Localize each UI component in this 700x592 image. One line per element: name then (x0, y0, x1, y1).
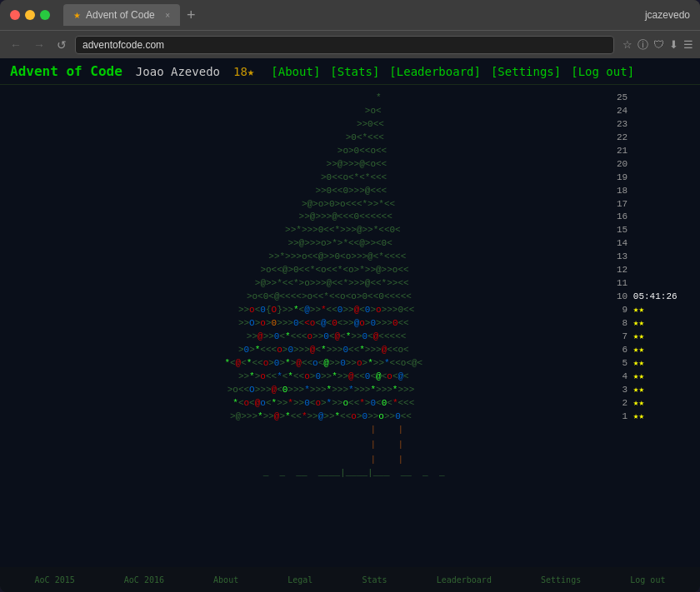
num-22: 22 (617, 132, 628, 145)
tree-trunk-3: | | (238, 453, 403, 468)
nav-username: Joao Azevedo (136, 65, 220, 78)
tree-row-22: >0<*<<< (258, 132, 384, 145)
num-25: 25 (617, 92, 628, 105)
num-13: 13 (617, 251, 628, 264)
num-3[interactable]: 3 ★★ (617, 384, 644, 397)
num-19: 19 (617, 172, 628, 185)
tree-trunk-1: | | (238, 423, 403, 438)
tree-container: * >o< >>0<< >0<*<<< >o>0<<o<< >>@> (0, 92, 617, 560)
minimize-window-button[interactable] (25, 10, 35, 20)
new-tab-button[interactable]: + (180, 7, 202, 24)
tree-row-4: >>*>o<<*<*<<o>0>>*>>@<<0<@<o<@< (232, 371, 408, 384)
tree-row-17: >@>o>0>o<<<*>>*<< (247, 198, 395, 211)
num-7[interactable]: 7 ★★ (617, 331, 644, 344)
num-21: 21 (617, 145, 628, 158)
shield-icon[interactable]: 🛡 (653, 38, 664, 51)
num-20: 20 (617, 158, 628, 172)
tree-trunk-2: | | (238, 438, 403, 453)
tree-row-19: >0<<o<*<*<<< (255, 172, 387, 185)
tree-row-21: >o>0<<o<< (255, 145, 387, 158)
menu-icon[interactable]: ☰ (683, 38, 693, 51)
tree-row-6: >0>*<<<o>0>>>@<*>>>0<<*>>>@<<o< (232, 344, 408, 357)
nav-about[interactable]: [About] (271, 65, 320, 78)
num-23: 23 (617, 118, 628, 132)
site-title: Advent of Code (10, 63, 122, 79)
tree-row-18: >>0<<0>>>@<<< (255, 185, 387, 198)
tree-row-3: >o<<O>>>@<0>>>*>>>*>>>*>>>*>>>*>>> (228, 384, 415, 397)
tree-base: _ _ __ ____|____|___ __ _ _ (197, 467, 444, 480)
url-text: adventofcode.com (82, 39, 164, 51)
back-button[interactable]: ← (7, 37, 25, 53)
num-8[interactable]: 8 ★★ (617, 317, 644, 331)
address-bar-row: ← → ↺ adventofcode.com ☆ ⓘ 🛡 ⬇ ☰ (0, 30, 700, 58)
footer-about[interactable]: About (213, 575, 238, 585)
title-bar: ★ Advent of Code × + jcazevedo (0, 0, 700, 30)
nav-leaderboard[interactable]: [Leaderboard] (389, 65, 481, 78)
tree-row-15: >>*>>>0<<*>>>@>>*<<0< (241, 224, 400, 237)
num-18: 18 (617, 185, 628, 198)
site-nav: Advent of Code Joao Azevedo 18★ [About] … (0, 58, 700, 85)
footer-logout[interactable]: Log out (630, 575, 665, 585)
tab-close-button[interactable]: × (165, 11, 170, 20)
num-11: 11 (617, 277, 628, 291)
num-1[interactable]: 1 ★★ (617, 410, 644, 424)
tree-row-13: >>*>>>o<<@>>0<o>>>@<*<<<< (236, 251, 407, 264)
bottom-bar: AoC 2015 AoC 2016 About Legal Stats Lead… (0, 567, 700, 592)
star-icon[interactable]: ☆ (622, 38, 632, 51)
url-bar[interactable]: adventofcode.com (75, 36, 614, 54)
num-15: 15 (617, 224, 628, 237)
num-12: 12 (617, 264, 628, 277)
num-4[interactable]: 4 ★★ (617, 371, 644, 384)
nav-stars: 18★ (233, 65, 254, 78)
footer-leaderboard[interactable]: Leaderboard (437, 575, 492, 585)
num-5[interactable]: 5 ★★ (617, 357, 644, 371)
footer-legal[interactable]: Legal (288, 575, 312, 585)
tab-favicon-icon: ★ (73, 11, 81, 20)
download-icon[interactable]: ⬇ (669, 38, 678, 51)
close-window-button[interactable] (10, 10, 20, 20)
num-2[interactable]: 2 ★★ (617, 397, 644, 410)
nav-stats[interactable]: [Stats] (330, 65, 379, 78)
tree-row-5: *<@<*<<o>0>*>@<<o<@>>0>>o>*>>*<<o<@< (219, 357, 422, 371)
num-6[interactable]: 6 ★★ (617, 344, 644, 357)
tree-row-24: >o< (260, 105, 381, 118)
footer-settings[interactable]: Settings (541, 575, 581, 585)
page-content: Advent of Code Joao Azevedo 18★ [About] … (0, 58, 700, 592)
tree-row-12: >o<<@>0<<*<o<<*<o>*>>@>>o<< (232, 264, 408, 277)
num-10[interactable]: 10 05:41:26 (617, 291, 678, 304)
maximize-window-button[interactable] (40, 10, 50, 20)
tree-row-20: >>@>>>@<o<< (255, 158, 387, 172)
num-16: 16 (617, 211, 628, 224)
tree-row-10: >o<0<@<<<<>o<<*<<o<o>0<<0<<<<< (230, 291, 412, 304)
tree-row-23: >>0<< (258, 118, 384, 132)
tab-title: Advent of Code (86, 9, 155, 21)
tab-bar: ★ Advent of Code × + (63, 4, 638, 26)
ascii-area: * >o< >>0<< >0<*<<< >o>0<<o<< >>@> (0, 85, 700, 567)
footer-aoc2015[interactable]: AoC 2015 (35, 575, 75, 585)
nav-links: [About] [Stats] [Leaderboard] [Settings]… (271, 65, 634, 78)
numbers-col: 25 24 23 22 21 20 19 18 17 16 15 14 13 1… (617, 92, 700, 560)
browser-window: ★ Advent of Code × + jcazevedo ← → ↺ adv… (0, 0, 700, 592)
browser-tab[interactable]: ★ Advent of Code × (63, 4, 180, 26)
tree-row-7: >>@>>0<*<<<o>>0<@<*>>0<@<<<<< (236, 331, 407, 344)
forward-button[interactable]: → (30, 37, 48, 53)
address-bar-icons: ☆ ⓘ 🛡 ⬇ ☰ (622, 37, 693, 52)
nav-logout[interactable]: [Log out] (571, 65, 634, 78)
refresh-button[interactable]: ↺ (53, 37, 70, 53)
num-17: 17 (617, 198, 628, 211)
nav-settings[interactable]: [Settings] (491, 65, 561, 78)
tree-row-16: >>@>>>@<<<0<<<<<< (249, 211, 392, 224)
num-24: 24 (617, 105, 628, 118)
tree-row-2: *<o<@o<*>>*>>0<o>*>>o<<*>0<0<*<<< (228, 397, 415, 410)
tree-row-1: >@>>>*>>@>*<<*>>@>>*<<o>0>>o>>0<< (230, 410, 412, 424)
footer-aoc2016[interactable]: AoC 2016 (124, 575, 164, 585)
footer-stats[interactable]: Stats (362, 575, 387, 585)
tree-row-25: * (260, 92, 381, 105)
num-9[interactable]: 9 ★★ (617, 304, 644, 317)
tree-row-9: >>o<0{O}>>*<@>>*<<0>>@<0>o>>>0<< (228, 304, 415, 317)
browser-user-label: jcazevedo (645, 9, 690, 21)
info-icon[interactable]: ⓘ (638, 37, 648, 52)
tree-row-14: >>@>>>o>*>*<<@>><0< (249, 237, 392, 251)
traffic-lights (10, 10, 50, 20)
num-14: 14 (617, 237, 628, 251)
